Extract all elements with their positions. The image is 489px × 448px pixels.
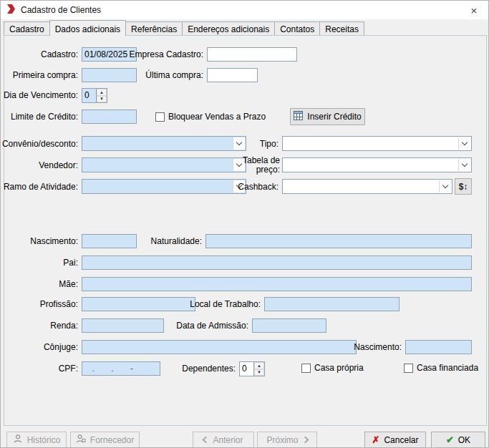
inserir-credito-label: Inserir Crédito: [307, 112, 361, 122]
tipo-label: Tipo:: [260, 139, 279, 149]
local-trabalho-input[interactable]: [264, 297, 400, 311]
cashback-button[interactable]: $↕: [455, 178, 472, 195]
spin-down-icon[interactable]: ▼: [254, 369, 264, 376]
tab-receitas[interactable]: Receitas: [319, 21, 364, 35]
fornecedor-label: Fornecedor: [90, 435, 134, 445]
primeira-compra-label: Primeira compra:: [13, 70, 78, 80]
ultima-compra-input[interactable]: [207, 68, 258, 82]
inserir-credito-button[interactable]: Inserir Crédito: [290, 108, 365, 125]
profissao-input[interactable]: [82, 297, 195, 311]
chevron-down-icon[interactable]: [233, 137, 245, 150]
tab-dados-adicionais[interactable]: Dados adicionais: [49, 20, 126, 36]
dependentes-stepper[interactable]: 0 ▲ ▼: [239, 361, 265, 376]
checkbox-box[interactable]: [301, 364, 311, 373]
naturalidade-input[interactable]: [205, 234, 472, 248]
checkbox-box[interactable]: [155, 112, 165, 122]
ramo-atividade-label: Ramo de Atividade:: [4, 182, 78, 192]
proximo-label: Próximo: [266, 435, 298, 445]
pai-input[interactable]: [82, 255, 472, 270]
local-trabalho-label: Local de Trabalho:: [190, 299, 261, 309]
cpf-input[interactable]: [82, 361, 160, 376]
dia-vencimento-value[interactable]: 0: [82, 88, 97, 103]
convenio-select[interactable]: [82, 136, 246, 151]
casa-financiada-checkbox[interactable]: Casa financiada: [404, 363, 478, 373]
historico-button[interactable]: Histórico: [6, 432, 67, 448]
tipo-select[interactable]: [282, 136, 472, 151]
anterior-button[interactable]: Anterior: [193, 432, 254, 448]
cancel-x-icon: ✗: [372, 434, 380, 445]
dependentes-value[interactable]: 0: [239, 361, 254, 376]
pai-label: Pai:: [63, 258, 78, 268]
window-title: Cadastro de Clientes: [21, 5, 101, 15]
renda-input[interactable]: [82, 318, 164, 333]
renda-label: Renda:: [50, 321, 78, 331]
cancelar-label: Cancelar: [384, 435, 418, 445]
history-person-icon: [13, 434, 23, 446]
naturalidade-label: Naturalidade:: [151, 236, 202, 246]
data-admissao-label: Data de Admissão:: [176, 321, 248, 331]
tabela-preco-label: Tabela de preço:: [236, 156, 280, 175]
primeira-compra-input[interactable]: [82, 68, 137, 82]
spin-up-icon[interactable]: ▲: [97, 89, 107, 96]
nascimento-input[interactable]: [82, 234, 137, 248]
close-icon[interactable]: ×: [460, 1, 488, 19]
nascimento-conjuge-label: Nascimento:: [354, 342, 402, 352]
limite-credito-label: Limite de Crédito:: [11, 112, 78, 122]
data-admissao-input[interactable]: [252, 318, 326, 333]
proximo-button[interactable]: Próximo: [257, 432, 317, 448]
vendedor-select[interactable]: [82, 157, 246, 172]
chevron-down-icon[interactable]: [458, 137, 470, 150]
cancelar-button[interactable]: ✗ Cancelar: [364, 432, 426, 448]
convenio-label: Convênio/desconto:: [2, 139, 78, 149]
ramo-atividade-select[interactable]: [82, 179, 246, 194]
mae-input[interactable]: [82, 277, 472, 291]
nascimento-conjuge-input[interactable]: [405, 340, 472, 354]
cashback-select[interactable]: [282, 179, 452, 194]
tab-cadastro[interactable]: Cadastro: [4, 21, 50, 35]
casa-propria-checkbox[interactable]: Casa própria: [301, 363, 364, 373]
fornecedor-button[interactable]: Fornecedor: [70, 432, 140, 448]
ok-label: OK: [458, 435, 470, 445]
checkbox-box[interactable]: [404, 364, 413, 373]
app-icon: [6, 4, 16, 16]
empresa-cadastro-label: Empresa Cadastro:: [130, 49, 203, 59]
tab-contatos[interactable]: Contatos: [274, 21, 320, 35]
conjuge-label: Cônjuge:: [44, 342, 78, 352]
conjuge-input[interactable]: [82, 340, 357, 354]
ok-button[interactable]: ✔ OK: [431, 432, 485, 448]
profissao-label: Profissão:: [40, 299, 78, 309]
tab-strip: Cadastro Dados adicionais Referências En…: [4, 19, 364, 35]
spin-up-icon[interactable]: ▲: [254, 362, 264, 369]
spin-down-icon[interactable]: ▼: [97, 96, 107, 103]
titlebar: Cadastro de Clientes: [1, 1, 488, 19]
chevron-down-icon[interactable]: [439, 180, 451, 193]
credit-grid-icon: [294, 111, 303, 122]
dia-vencimento-label: Dia de Vencimento:: [4, 90, 78, 100]
cpf-label: CPF:: [59, 364, 78, 374]
limite-credito-input[interactable]: [82, 109, 137, 124]
cashback-label: Cashback:: [238, 182, 279, 192]
vendedor-label: Vendedor:: [39, 160, 78, 170]
tab-enderecos-adicionais[interactable]: Endereços adicionais: [182, 21, 275, 35]
cadastro-clientes-dialog: Cadastro de Clientes × Cadastro Dados ad…: [0, 0, 489, 448]
empresa-cadastro-input[interactable]: [207, 47, 297, 62]
supplier-person-icon: [76, 434, 86, 446]
tab-referencias[interactable]: Referências: [125, 21, 183, 35]
nascimento-label: Nascimento:: [30, 236, 78, 246]
historico-label: Histórico: [27, 435, 61, 445]
dollar-icon: $↕: [459, 182, 468, 192]
bloquear-vendas-checkbox[interactable]: Bloquear Vendas a Prazo: [155, 112, 266, 122]
chevron-right-icon: [301, 437, 309, 444]
cadastro-input[interactable]: [82, 47, 137, 62]
mae-label: Mãe:: [59, 279, 78, 289]
tabela-preco-select[interactable]: [282, 157, 472, 172]
anterior-label: Anterior: [213, 435, 243, 445]
casa-financiada-label: Casa financiada: [417, 363, 478, 373]
chevron-down-icon[interactable]: [458, 159, 470, 171]
ultima-compra-label: Última compra:: [145, 70, 203, 80]
ok-check-icon: ✔: [446, 434, 454, 445]
bloquear-vendas-label: Bloquear Vendas a Prazo: [168, 112, 266, 122]
dia-vencimento-stepper[interactable]: 0 ▲ ▼: [82, 88, 107, 103]
chevron-left-icon: [203, 437, 210, 444]
cadastro-label: Cadastro:: [41, 49, 78, 59]
